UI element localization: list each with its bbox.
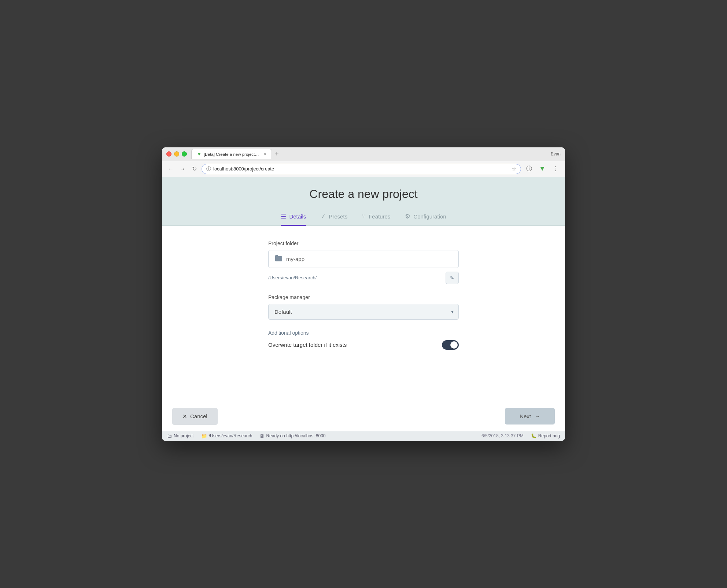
bookmark-icon[interactable]: ☆ [512,166,516,172]
titlebar: ▼ [Beta] Create a new project - V ✕ + Ev… [162,147,565,161]
reload-button[interactable]: ↻ [190,165,199,173]
tab-presets[interactable]: ✓ Presets [321,209,347,225]
minimize-button[interactable] [174,151,179,157]
cancel-button[interactable]: ✕ Cancel [172,408,218,425]
main-content: Project folder my-app /Users/evan/Resear… [162,226,565,402]
tab-favicon: ▼ [197,151,202,157]
folder-path-row: /Users/evan/Research/ ✎ [268,272,459,284]
overwrite-toggle-row: Overwrite target folder if it exists [268,340,459,350]
path-status: 📁 /Users/evan/Research [201,433,252,439]
details-icon: ☰ [281,213,286,220]
tab-features-label: Features [369,213,390,220]
action-bar: ✕ Cancel Next → [162,402,565,431]
folder-icon [274,255,283,263]
features-icon: ⑂ [362,213,366,220]
tab-details[interactable]: ☰ Details [281,209,306,225]
ready-status: 🖥 Ready on http://localhost:8000 [259,433,325,439]
address-bar[interactable]: ⓘ ☆ [202,164,521,174]
tab-configuration[interactable]: ⚙ Configuration [405,209,446,225]
bug-icon: 🐛 [531,433,536,438]
tab-presets-label: Presets [329,213,347,220]
tab-configuration-label: Configuration [413,213,446,220]
presets-icon: ✓ [321,213,326,220]
addressbar: ← → ↻ ⓘ ☆ ⓘ ▼ ⋮ [162,161,565,177]
folder-name: my-app [286,256,305,262]
url-input[interactable] [213,166,509,172]
browser-tab[interactable]: ▼ [Beta] Create a new project - V ✕ [191,149,272,159]
briefcase-icon: 🗂 [167,433,172,439]
form-section: Project folder my-app /Users/evan/Resear… [268,240,459,350]
page-title: Create a new project [162,187,565,201]
status-bar: 🗂 No project 📁 /Users/evan/Research 🖥 Re… [162,431,565,441]
user-name: Evan [551,151,561,157]
next-label: Next [520,413,531,419]
toolbar-icons: ⓘ ▼ ⋮ [524,164,561,174]
no-project-label: No project [174,433,194,438]
new-tab-button[interactable]: + [272,150,282,158]
forward-button[interactable]: → [178,165,187,173]
edit-path-button[interactable]: ✎ [446,272,459,284]
tab-bar: ▼ [Beta] Create a new project - V ✕ + [191,149,551,159]
info-icon: ⓘ [206,166,211,172]
tab-title: [Beta] Create a new project - V [204,152,259,157]
package-manager-label: Package manager [268,294,459,300]
configuration-icon: ⚙ [405,213,410,220]
next-button[interactable]: Next → [505,408,555,425]
traffic-lights [166,151,187,157]
maximize-button[interactable] [182,151,187,157]
report-bug-label: Report bug [538,433,560,438]
overwrite-label: Overwrite target folder if it exists [268,342,347,348]
timestamp: 6/5/2018, 3:13:37 PM [481,433,524,438]
cancel-label: Cancel [190,413,207,419]
ready-label: Ready on http://localhost:8000 [266,433,325,438]
folder-path: /Users/evan/Research/ [268,275,317,280]
toggle-knob [450,341,458,349]
tab-close-icon[interactable]: ✕ [263,152,266,157]
folder-input-box[interactable]: my-app [268,250,459,268]
overwrite-toggle[interactable] [442,340,459,350]
back-button[interactable]: ← [166,165,175,173]
wizard-tabs: ☰ Details ✓ Presets ⑂ Features ⚙ Configu… [162,209,565,226]
tab-features[interactable]: ⑂ Features [362,209,390,225]
account-icon[interactable]: ⓘ [524,164,534,174]
browser-window: ▼ [Beta] Create a new project - V ✕ + Ev… [162,147,565,441]
tab-details-label: Details [289,213,306,220]
additional-options-label: Additional options [268,330,459,336]
path-label: /Users/evan/Research [209,433,252,438]
menu-icon[interactable]: ⋮ [550,164,561,174]
project-folder-label: Project folder [268,240,459,246]
close-button[interactable] [166,151,171,157]
package-manager-wrapper: Default npm yarn pnpm ▾ [268,304,459,320]
page-header: Create a new project ☰ Details ✓ Presets… [162,177,565,226]
no-project-status: 🗂 No project [167,433,194,439]
report-bug-button[interactable]: 🐛 Report bug [531,433,560,438]
path-folder-icon: 📁 [201,433,207,439]
vue-extension-icon[interactable]: ▼ [537,164,547,174]
cancel-icon: ✕ [182,413,187,420]
package-manager-select[interactable]: Default npm yarn pnpm [268,304,459,320]
monitor-icon: 🖥 [259,433,264,439]
arrow-right-icon: → [535,413,540,419]
